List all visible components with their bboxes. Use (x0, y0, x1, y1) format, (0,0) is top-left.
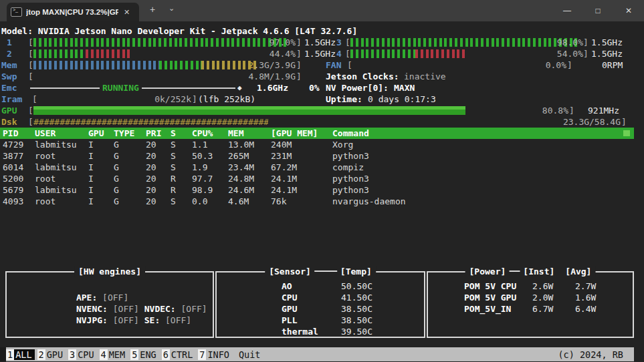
cpu3-bar: 98.0% (350, 38, 583, 47)
iram-row: Iram [ 0k/252k ] (lfb 252kB) Uptime: 0 d… (0, 94, 644, 105)
cpu4-bar: 54.0% (350, 49, 583, 58)
process-row: 5679 labmitsu I G 20 R 98.9 24.6M 24.1M … (0, 184, 644, 196)
dsk-hash-fill: ########################################… (33, 116, 268, 128)
menu-item-info[interactable]: 7INFO (198, 349, 232, 360)
mem-fan-row: Mem [ 2.3G/3.9G ] FAN [ 0.0% ] 0RPM (0, 59, 644, 71)
menu-item-ctrl[interactable]: 6CTRL (162, 349, 196, 360)
minimize-button[interactable]: — (552, 0, 582, 21)
process-row: 4093 root I G 20 S 0.0 4.6M 76k nvargus-… (0, 196, 644, 207)
title-bar: jtop MAXN|CPU 73.2%|GPU 8 ✕ + ⌄ — □ ✕ (0, 0, 644, 21)
cpu4-label: 4 (336, 48, 342, 59)
gpu-bar: 80.8% (33, 106, 568, 115)
cpu2-freq: 1.5GHz (304, 48, 336, 59)
iram-label: Iram (1, 94, 22, 105)
cpu3-label: 3 (336, 37, 342, 48)
swp-bar: 4.8M/1.9G (33, 72, 296, 81)
swp-label: Swp (1, 71, 17, 82)
emc-label: Emc (1, 82, 17, 94)
tab-title: jtop MAXN|CPU 73.2%|GPU 8 (26, 8, 118, 16)
sensor-panel: [Sensor][Temp] AO 50.50C CPU 41.50C GPU … (215, 271, 425, 338)
mem-label: Mem (1, 59, 17, 71)
menu-item-eng[interactable]: 5ENG (130, 349, 159, 360)
emc-line-right (142, 87, 235, 89)
cpu1-label: 1 (7, 37, 12, 48)
bottom-menu-bar: 1ALL 2GPU 3CPU 4MEM 5ENG 6CTRL 7INFO Qui… (0, 347, 634, 361)
fan-label: FAN (326, 59, 341, 71)
process-row: 5200 root I G 20 R 97.7 24.8M 24.1M pyth… (0, 173, 644, 184)
emc-marker-icon: ◆ (237, 82, 242, 94)
emc-status: RUNNING (102, 82, 139, 94)
mem-bar: 2.3G/3.9G (33, 61, 296, 69)
jetson-clocks-value: inactive (404, 71, 446, 82)
gpu-label: GPU (1, 105, 17, 116)
gpu-row: GPU [ 80.8% ] 921MHz (0, 105, 644, 116)
uptime-value: 0 days 0:17:3 (368, 94, 436, 105)
cpu2-bar: 44.4% (33, 49, 296, 58)
hw-engines-panel: [HW engines] APE: [OFF] NVENC: [OFF] NVD… (5, 271, 214, 338)
tab-close-icon[interactable]: ✕ (124, 8, 130, 17)
cpu1-freq: 1.5GHz (304, 37, 336, 48)
copyright-text: (c) 2024, RB (558, 349, 623, 360)
sensor-panel-title: [Sensor][Temp] (265, 266, 376, 277)
menu-item-all[interactable]: 1ALL (6, 349, 35, 360)
new-tab-button[interactable]: + (150, 4, 155, 15)
menu-item-quit[interactable]: Quit (239, 349, 261, 360)
power-panel-title: [Power][Inst][Avg] (465, 266, 596, 277)
nv-power-label: NV Power[0]: (326, 82, 389, 94)
emc-freq: 1.6GHz (257, 82, 288, 94)
cpu3-freq: 1.5GHz (591, 37, 623, 48)
menu-item-mem[interactable]: 4MEM (100, 349, 128, 360)
hw-engines-title: [HW engines] (74, 266, 145, 277)
dsk-label: Dsk (1, 116, 17, 128)
tab-dropdown-icon[interactable]: ⌄ (169, 4, 175, 13)
cpu2-label: 2 (7, 48, 12, 59)
menu-left-stub (0, 347, 6, 361)
close-button[interactable]: ✕ (613, 0, 644, 21)
iram-bar: 0k/252k (37, 95, 191, 104)
emc-pct: 0% (309, 82, 320, 94)
model-line: Model: NVIDIA Jetson Nano Developer Kit … (0, 25, 644, 37)
emc-row: Emc RUNNING 1.6GHz ◆ 0% NV Power[0]: MAX… (0, 82, 644, 94)
cpu-row-2-4: 2 [ 44.4% ] 1.5GHz 4 [ 54.0% ] 1.5GHz (0, 48, 644, 59)
cpu4-freq: 1.5GHz (591, 48, 623, 59)
terminal-tab[interactable]: jtop MAXN|CPU 73.2%|GPU 8 ✕ (7, 3, 139, 21)
process-row: 4729 labmitsu I G 20 S 1.1 13.0M 240M Xo… (0, 139, 644, 150)
cpu-row-1-3: 1 [ 97.0% ] 1.5GHz 3 [ 98.0% ] 1.5GHz (0, 37, 644, 48)
fan-rpm: 0RPM (602, 59, 623, 71)
process-row: 3877 root I G 20 S 50.3 265M 231M python… (0, 150, 644, 162)
uptime-label: Uptime: (326, 94, 362, 105)
swp-row: Swp [ 4.8M/1.9G ] Jetson Clocks: inactiv… (0, 71, 644, 82)
fan-bar: 0.0% (352, 61, 566, 69)
process-row: 6014 labmitsu I G 20 S 1.9 23.4M 67.2M c… (0, 162, 644, 173)
iram-lfb: (lfb 252kB) (198, 94, 255, 105)
gpu-freq: 921MHz (588, 105, 619, 116)
menu-item-cpu[interactable]: 3CPU (68, 349, 97, 360)
menu-item-gpu[interactable]: 2GPU (37, 349, 66, 360)
dsk-bar: ########################################… (33, 118, 621, 126)
header-scroll-mark (623, 130, 630, 136)
emc-line-left (30, 87, 100, 89)
cpu1-bar: 97.0% (33, 38, 296, 47)
maximize-button[interactable]: □ (582, 0, 613, 21)
process-table-header: PID USER GPU TYPE PRI S CPU% MEM [GPU ME… (0, 128, 634, 139)
jetson-clocks-label: Jetson Clocks: (326, 71, 399, 82)
terminal-window: jtop MAXN|CPU 73.2%|GPU 8 ✕ + ⌄ — □ ✕ Mo… (0, 0, 644, 362)
nv-power-value: MAXN (394, 82, 415, 94)
power-panel: [Power][Inst][Avg] POM 5V CPU 2.6W 2.7W … (427, 271, 634, 338)
dsk-row: Dsk [ ##################################… (0, 116, 644, 128)
terminal-icon (11, 7, 22, 17)
